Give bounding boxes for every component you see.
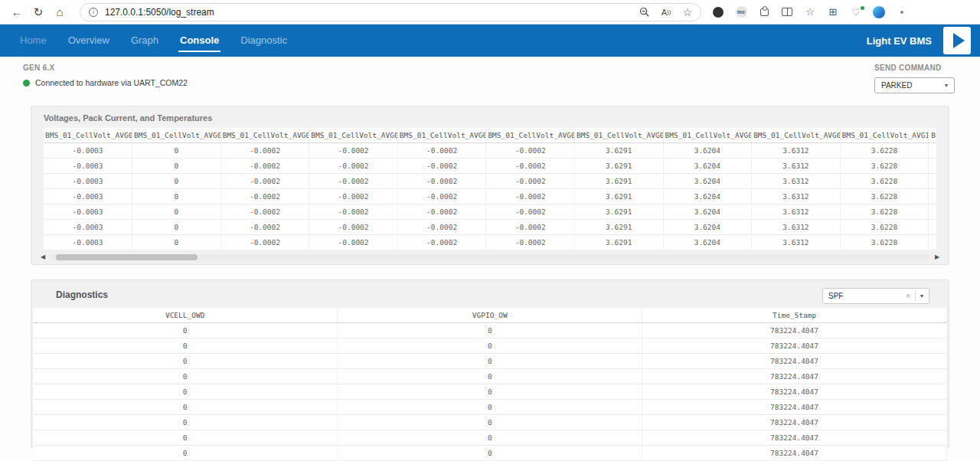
table-cell: 0 — [338, 384, 642, 400]
column-header: BMS_01_CellVolt_AVG02 — [132, 128, 221, 143]
clear-icon[interactable]: × — [906, 292, 910, 300]
scrollbar-track[interactable] — [51, 254, 929, 260]
browser-toolbar: me ☆ ⊞ ♡ — [712, 5, 908, 19]
table-row: -0.00030-0.0002-0.0002-0.0002-0.00023.62… — [44, 235, 936, 250]
caret-down-icon[interactable]: ▾ — [920, 293, 923, 299]
table-cell: -0.0002 — [309, 143, 398, 159]
read-aloud-icon[interactable]: A)) — [662, 8, 671, 17]
table-cell: -0.0002 — [486, 204, 575, 220]
back-icon[interactable]: ← — [6, 2, 28, 22]
table-cell: 783224.4047 — [642, 369, 947, 384]
tab-overview[interactable]: Overview — [57, 25, 120, 57]
tab-diagnostic[interactable]: Diagnostic — [230, 25, 298, 57]
table-cell: -0.0002 — [309, 220, 398, 235]
table-row: 00783224.4047 — [33, 354, 947, 369]
send-command-label: SEND COMMAND — [874, 64, 955, 72]
table-cell: 0 — [132, 189, 221, 204]
diagnostics-table-viewport: VCELL_OWDVGPIO_OWTime_Stamp00783224.4047… — [33, 308, 947, 461]
table-cell: 0 — [33, 354, 338, 369]
table-cell: -0.0002 — [309, 174, 398, 189]
table-cell: -0.0002 — [397, 204, 486, 220]
copilot-icon[interactable] — [873, 5, 885, 19]
connection-text: Connected to hardware via UART_COM22 — [35, 78, 188, 87]
send-command-group: SEND COMMAND PARKED ▾ — [874, 64, 955, 93]
split-screen-icon[interactable] — [781, 5, 793, 19]
connection-status: GEN 6.X Connected to hardware via UART_C… — [23, 64, 188, 87]
table-cell: 0 — [33, 384, 338, 400]
diagnostics-card-title: Diagnostics — [31, 280, 949, 304]
pinned-extension-icon[interactable] — [712, 5, 724, 19]
filter-value: SPF — [828, 292, 906, 300]
profile-me-icon[interactable]: me — [735, 5, 747, 19]
tab-console[interactable]: Console — [169, 25, 230, 57]
table-cell: 3.6312 — [752, 220, 841, 235]
brand-logo[interactable] — [943, 27, 971, 54]
table-cell: 0 — [338, 323, 642, 338]
tab-graph[interactable]: Graph — [120, 25, 169, 57]
table-cell: -0.0002 — [486, 174, 575, 189]
column-header: BMS_01_CellVolt_AVG03 — [220, 128, 309, 143]
horizontal-scrollbar[interactable]: ◀ ▶ — [39, 254, 941, 260]
table-cell: 0 — [338, 338, 642, 354]
divider — [915, 292, 916, 301]
zoom-out-icon[interactable] — [639, 7, 650, 18]
more-menu-icon[interactable] — [896, 5, 908, 19]
scroll-right-icon[interactable]: ▶ — [933, 254, 941, 260]
url-text[interactable]: 127.0.0.1:5050/log_stream — [105, 7, 632, 18]
favorites-hub-icon[interactable]: ☆ — [804, 5, 816, 19]
table-cell: 783224.4047 — [642, 354, 947, 369]
scroll-left-icon[interactable]: ◀ — [39, 254, 47, 260]
address-bar[interactable]: i 127.0.0.1:5050/log_stream A)) ☆ — [80, 3, 701, 21]
column-header: BMS_01_CellVolt_AVG09 — [752, 128, 841, 143]
table-cell: -0.0002 — [397, 220, 486, 235]
site-info-icon[interactable]: i — [89, 8, 98, 17]
table-cell: 0 — [33, 369, 338, 384]
voltages-card: Voltages, Pack Current, and Temperatures… — [31, 106, 949, 265]
table-cell: -0.0002 — [220, 174, 309, 189]
status-dot-icon — [23, 80, 30, 87]
table-cell: -0.0002 — [486, 143, 575, 159]
column-header: B — [929, 128, 936, 143]
table-cell: 783224.4047 — [642, 338, 947, 354]
table-cell: -0.0002 — [309, 235, 398, 250]
diagnostics-filter-dropdown[interactable]: SPF × ▾ — [822, 288, 929, 304]
tab-home[interactable]: Home — [9, 25, 57, 57]
table-cell: 3.6312 — [752, 189, 841, 204]
table-cell: 783224.4047 — [642, 446, 947, 461]
table-cell: -0.0002 — [397, 159, 486, 174]
table-cell: 3.6204 — [663, 204, 752, 220]
table-row: 00783224.4047 — [33, 369, 947, 384]
table-cell: -0.0003 — [44, 189, 132, 204]
table-cell: -0.0002 — [309, 189, 398, 204]
table-cell: 3.6204 — [663, 174, 752, 189]
table-cell: -0.0002 — [397, 174, 486, 189]
column-header: BMS_01_CellVolt_AVG04 — [309, 128, 398, 143]
column-header: BMS_01_CellVolt_AVG07 — [574, 128, 663, 143]
refresh-icon[interactable]: ↻ — [28, 2, 49, 22]
table-cell — [929, 235, 936, 250]
diagnostics-table: VCELL_OWDVGPIO_OWTime_Stamp00783224.4047… — [33, 308, 947, 461]
diagnostics-card: Diagnostics SPF × ▾ VCELL_OWDVGPIO_OWTim… — [31, 280, 949, 448]
table-cell — [929, 189, 936, 204]
table-cell: 3.6228 — [840, 159, 929, 174]
command-dropdown[interactable]: PARKED ▾ — [874, 77, 955, 93]
collections-icon[interactable]: ⊞ — [827, 5, 839, 19]
browser-essentials-icon[interactable]: ♡ — [850, 5, 862, 19]
home-icon[interactable]: ⌂ — [49, 2, 70, 22]
add-favorite-icon[interactable]: ☆ — [682, 7, 692, 18]
column-header: BMS_01_CellVolt_AVG08 — [663, 128, 752, 143]
table-cell: -0.0003 — [44, 159, 132, 174]
address-bar-actions: A)) ☆ — [639, 7, 692, 18]
table-cell: 783224.4047 — [642, 384, 947, 400]
table-cell: 3.6312 — [752, 235, 841, 250]
table-cell: 783224.4047 — [642, 323, 947, 338]
table-cell: 3.6228 — [840, 189, 929, 204]
table-row: 00783224.4047 — [33, 430, 947, 446]
table-cell: 0 — [132, 235, 221, 250]
table-cell: -0.0002 — [486, 189, 575, 204]
extensions-puzzle-icon[interactable] — [758, 5, 770, 19]
column-header: BMS_01_CellVolt_AVG10 — [840, 128, 929, 143]
scrollbar-thumb[interactable] — [56, 254, 198, 260]
table-cell: 3.6204 — [663, 159, 752, 174]
voltages-table-viewport[interactable]: BMS_01_CellVolt_AVG01BMS_01_CellVolt_AVG… — [44, 128, 936, 250]
